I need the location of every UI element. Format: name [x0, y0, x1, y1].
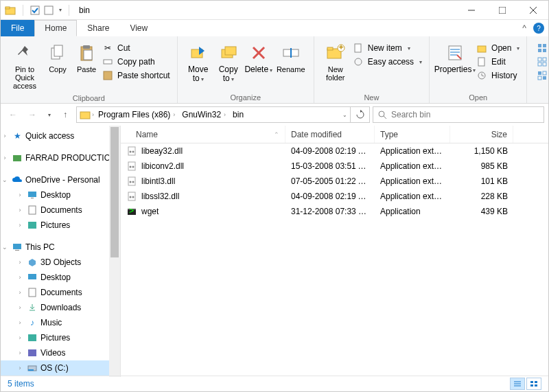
nav-desktop[interactable]: ›Desktop — [1, 270, 120, 285]
svg-rect-80 — [535, 381, 537, 383]
icons-view-button[interactable] — [526, 378, 541, 390]
nav-3d-objects[interactable]: ›3D Objects — [1, 255, 120, 270]
breadcrumb-item[interactable]: bin — [230, 110, 246, 119]
copy-button[interactable]: Copy — [43, 39, 72, 76]
nav-pictures[interactable]: ›Pictures — [1, 330, 120, 345]
easy-access-button[interactable]: Easy access▾ — [351, 56, 423, 68]
svg-rect-35 — [543, 49, 546, 52]
select-none-button[interactable]: Select none — [535, 56, 549, 68]
svg-rect-30 — [478, 58, 484, 66]
nav-od-documents[interactable]: ›Documents — [1, 203, 120, 218]
window-title: bin — [76, 5, 90, 15]
nav-documents[interactable]: ›Documents — [1, 285, 120, 300]
qat-dropdown-icon[interactable] — [44, 5, 54, 15]
breadcrumb-item[interactable]: GnuWin32› — [179, 110, 229, 119]
col-type[interactable]: Type — [375, 126, 450, 143]
pictures-icon — [27, 220, 38, 231]
tab-file[interactable]: File — [1, 20, 34, 36]
easy-access-icon — [353, 56, 364, 67]
nav-this-pc[interactable]: ⌄This PC — [1, 240, 120, 255]
address-dropdown-icon[interactable]: ⌄ — [342, 112, 347, 118]
close-button[interactable] — [517, 1, 548, 20]
svg-rect-54 — [28, 274, 36, 279]
search-input[interactable]: Search bin — [373, 106, 544, 123]
details-view-button[interactable] — [510, 378, 525, 390]
nav-downloads[interactable]: ›Downloads — [1, 300, 120, 315]
select-all-icon — [537, 43, 548, 54]
forward-button[interactable]: → — [24, 106, 40, 123]
back-button[interactable]: ← — [5, 106, 21, 123]
nav-od-pictures[interactable]: ›Pictures — [1, 218, 120, 233]
nav-farrad[interactable]: ›FARRAD PRODUCTION — [1, 150, 120, 165]
col-name[interactable]: Name⌃ — [121, 126, 285, 143]
copy-path-button[interactable]: Copy path — [101, 56, 172, 68]
file-name: libintl3.dll — [141, 176, 175, 186]
svg-rect-37 — [543, 58, 546, 61]
paste-button[interactable]: Paste — [72, 39, 101, 76]
svg-rect-44 — [80, 112, 90, 119]
navigation-pane[interactable]: ›★Quick access ›FARRAD PRODUCTION ⌄OneDr… — [1, 126, 121, 377]
ribbon: Pin to Quick access Copy Paste ✂Cut Copy… — [1, 36, 548, 104]
file-row[interactable]: libssl32.dll04-09-2008 02:19 AMApplicati… — [121, 189, 548, 204]
paste-shortcut-button[interactable]: Paste shortcut — [101, 69, 172, 82]
collapse-ribbon-icon[interactable]: ^ — [522, 23, 526, 33]
new-folder-button[interactable]: ✦ New folder — [320, 39, 351, 84]
nav-videos[interactable]: ›Videos — [1, 345, 120, 360]
up-button[interactable]: ↑ — [57, 106, 73, 123]
svg-rect-23 — [327, 47, 333, 50]
nav-os-c[interactable]: ›OS (C:) — [1, 360, 120, 376]
group-select: Select all Select none Invert selection … — [527, 36, 549, 103]
qat-customize-icon[interactable]: ▾ — [59, 7, 62, 13]
tab-home[interactable]: Home — [34, 20, 77, 36]
properties-icon — [444, 42, 466, 64]
svg-rect-79 — [530, 381, 533, 383]
file-size: 439 KB — [450, 207, 513, 216]
move-to-button[interactable]: Move to▾ — [183, 39, 213, 86]
history-button[interactable]: History — [475, 69, 521, 82]
move-icon — [187, 42, 209, 64]
title-bar: ▾ bin — [1, 1, 548, 20]
file-name: libeay32.dll — [141, 146, 183, 156]
invert-selection-button[interactable]: Invert selection — [535, 69, 549, 82]
file-row[interactable]: libeay32.dll04-09-2008 02:19 AMApplicati… — [121, 143, 548, 159]
qat-checkbox-icon[interactable] — [30, 5, 40, 15]
nav-onedrive[interactable]: ⌄OneDrive - Personal — [1, 172, 120, 187]
cut-button[interactable]: ✂Cut — [101, 42, 172, 54]
address-bar[interactable]: › Program Files (x86)› GnuWin32› bin ⌄ — [76, 106, 351, 123]
rename-button[interactable]: Rename — [274, 39, 308, 76]
new-item-button[interactable]: New item▾ — [351, 42, 423, 54]
tab-view[interactable]: View — [119, 20, 158, 36]
new-folder-icon: ✦ — [325, 42, 347, 64]
invert-icon — [537, 70, 548, 81]
pin-quick-access-button[interactable]: Pin to Quick access — [6, 39, 43, 93]
col-size[interactable]: Size — [450, 126, 513, 143]
file-row[interactable]: libiconv2.dll15-03-2008 03:51 AMApplicat… — [121, 159, 548, 174]
col-date[interactable]: Date modified — [285, 126, 375, 143]
svg-rect-12 — [84, 50, 92, 60]
nav-music[interactable]: ›♪Music — [1, 315, 120, 330]
open-button[interactable]: Open▾ — [475, 42, 521, 54]
file-icon — [126, 191, 137, 202]
select-all-button[interactable]: Select all — [535, 42, 549, 54]
file-row[interactable]: libintl3.dll07-05-2005 01:22 AMApplicati… — [121, 174, 548, 189]
breadcrumb-item[interactable]: Program Files (x86)› — [95, 110, 178, 119]
nav-od-desktop[interactable]: ›Desktop — [1, 187, 120, 203]
scissors-icon: ✂ — [102, 43, 113, 54]
delete-button[interactable]: Delete▾ — [244, 39, 274, 77]
edit-button[interactable]: Edit — [475, 56, 521, 68]
svg-point-68 — [130, 181, 132, 183]
desktop-icon — [27, 272, 38, 283]
help-icon[interactable]: ? — [533, 23, 544, 34]
file-date: 15-03-2008 03:51 AM — [285, 161, 375, 171]
nav-quick-access[interactable]: ›★Quick access — [1, 128, 120, 143]
file-icon — [126, 146, 137, 157]
minimize-button[interactable] — [456, 1, 487, 20]
refresh-button[interactable] — [351, 106, 370, 123]
recent-locations-button[interactable]: ▾ — [43, 106, 54, 123]
file-row[interactable]: >wget31-12-2008 07:33 PMApplication439 K… — [121, 204, 548, 219]
maximize-button[interactable] — [487, 1, 517, 20]
copy-to-button[interactable]: Copy to▾ — [213, 39, 244, 86]
properties-button[interactable]: Properties▾ — [435, 39, 475, 77]
nav-scrollbar[interactable] — [109, 126, 120, 377]
tab-share[interactable]: Share — [77, 20, 119, 36]
